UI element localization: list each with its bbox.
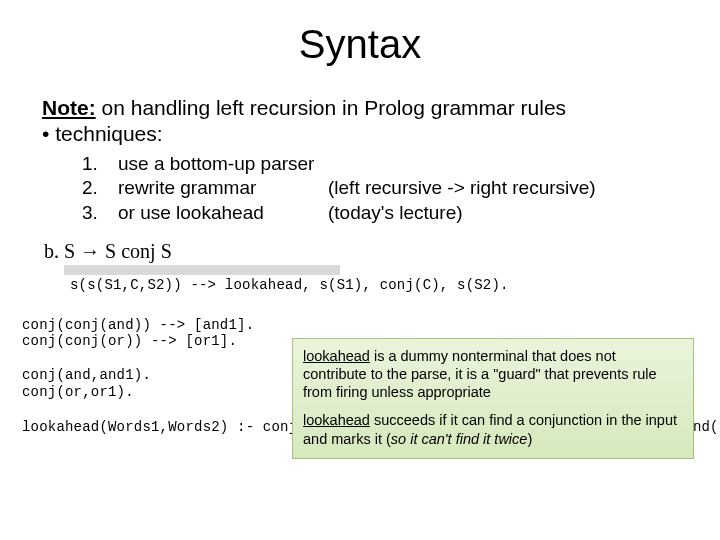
list-comment [328, 152, 678, 177]
note-text: on handling left recursion in Prolog gra… [96, 96, 566, 119]
slide-title: Syntax [0, 22, 720, 67]
grammar-rule-b: b. S → S conj S [44, 240, 720, 263]
grey-bar [64, 265, 340, 275]
list-number: 3. [82, 201, 118, 226]
list-text: use a bottom-up parser [118, 152, 328, 177]
callout-term: lookahead [303, 412, 370, 428]
list-comment: (today's lecture) [328, 201, 678, 226]
content-area: Note: on handling left recursion in Prol… [0, 95, 720, 226]
list-text: rewrite grammar [118, 176, 328, 201]
note-line: Note: on handling left recursion in Prol… [42, 95, 678, 121]
rule-b-text: b. S → S conj S [44, 240, 172, 262]
bullet-techniques: techniques: [42, 121, 678, 147]
callout-p2: lookahead succeeds if it can find a conj… [303, 411, 683, 447]
list-comment: (left recursive -> right recursive) [328, 176, 678, 201]
list-item: 2. rewrite grammar (left recursive -> ri… [82, 176, 678, 201]
callout-box: lookahead is a dummy nonterminal that do… [292, 338, 694, 459]
code-rule-s: s(s(S1,C,S2)) --> lookahead, s(S1), conj… [70, 277, 720, 293]
list-item: 1. use a bottom-up parser [82, 152, 678, 177]
callout-text: ) [527, 431, 532, 447]
callout-p1: lookahead is a dummy nonterminal that do… [303, 347, 683, 401]
techniques-list: 1. use a bottom-up parser 2. rewrite gra… [82, 152, 678, 226]
callout-italic: so it can't find it twice [391, 431, 528, 447]
list-text: or use lookahead [118, 201, 328, 226]
list-number: 2. [82, 176, 118, 201]
list-number: 1. [82, 152, 118, 177]
callout-term: lookahead [303, 348, 370, 364]
list-item: 3. or use lookahead (today's lecture) [82, 201, 678, 226]
note-label: Note: [42, 96, 96, 119]
